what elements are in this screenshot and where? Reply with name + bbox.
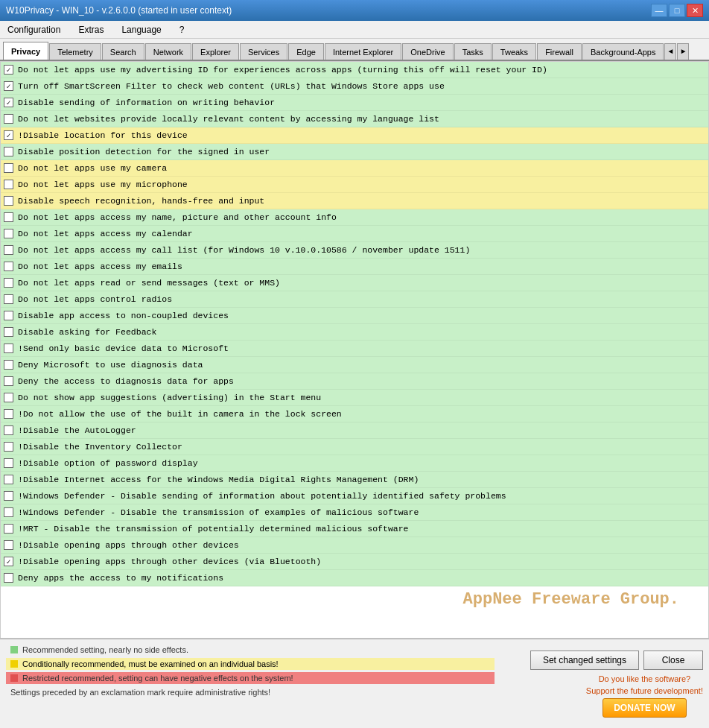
- checkbox-28[interactable]: [4, 524, 13, 534]
- legend-area: Recommended setting, nearly no side effe…: [0, 639, 500, 728]
- checkbox-1[interactable]: [4, 81, 13, 91]
- list-item: Disable sending of information on writin…: [1, 95, 708, 111]
- list-item: !Windows Defender - Disable sending of i…: [1, 488, 708, 504]
- list-item: Do not let apps access my name, picture …: [1, 209, 708, 226]
- donate-button[interactable]: DONATE NOW: [603, 698, 686, 718]
- checkbox-3[interactable]: [4, 114, 13, 124]
- checkbox-31[interactable]: [4, 573, 13, 583]
- checkbox-21[interactable]: [4, 409, 13, 419]
- menu-configuration[interactable]: Configuration: [4, 24, 63, 36]
- checkbox-30[interactable]: [4, 557, 13, 566]
- tab-privacy[interactable]: Privacy: [3, 42, 48, 60]
- checkbox-13[interactable]: [4, 278, 13, 288]
- red-dot: [10, 674, 18, 682]
- tab-explorer[interactable]: Explorer: [192, 43, 239, 60]
- checkbox-27[interactable]: [4, 507, 13, 517]
- checkbox-5[interactable]: [4, 147, 13, 156]
- checkbox-23[interactable]: [4, 442, 13, 452]
- checkbox-22[interactable]: [4, 425, 13, 435]
- list-item: !Disable the Inventory Collector: [1, 439, 708, 455]
- menu-extras[interactable]: Extras: [75, 24, 106, 36]
- tab-onedrive[interactable]: OneDrive: [402, 43, 453, 60]
- tab-tweaks[interactable]: Tweaks: [492, 43, 536, 60]
- checkbox-4[interactable]: [4, 130, 13, 140]
- checkbox-17[interactable]: [4, 344, 13, 353]
- item-text-15: Disable app access to non-coupled device…: [18, 311, 229, 320]
- tab-background-apps[interactable]: Background-Apps: [582, 43, 664, 60]
- list-item: !Do not allow the use of the built in ca…: [1, 406, 708, 422]
- checkbox-19[interactable]: [4, 376, 13, 386]
- list-item: Disable asking for Feedback: [1, 324, 708, 341]
- green-dot: [10, 646, 18, 653]
- list-item: Deny apps the access to my notifications: [1, 570, 708, 586]
- item-text-6: Do not let apps use my camera: [18, 163, 167, 173]
- item-text-8: Disable speech recognition, hands-free a…: [18, 196, 264, 206]
- checkbox-24[interactable]: [4, 458, 13, 468]
- checkbox-10[interactable]: [4, 229, 13, 238]
- menu-bar: Configuration Extras Language ?: [0, 21, 709, 39]
- checkbox-20[interactable]: [4, 393, 13, 402]
- list-item: Do not let apps control radios: [1, 291, 708, 308]
- close-button[interactable]: ✕: [687, 4, 703, 17]
- checkbox-9[interactable]: [4, 212, 13, 222]
- checkbox-15[interactable]: [4, 311, 13, 320]
- tab-search[interactable]: Search: [102, 43, 144, 60]
- list-item: !Disable option of password display: [1, 455, 708, 472]
- menu-help[interactable]: ?: [177, 24, 188, 36]
- checkbox-11[interactable]: [4, 245, 13, 255]
- checkbox-7[interactable]: [4, 180, 13, 189]
- list-item: Disable app access to non-coupled device…: [1, 308, 708, 324]
- tab-tasks[interactable]: Tasks: [454, 43, 492, 60]
- checkbox-26[interactable]: [4, 491, 13, 501]
- list-item: Do not let apps use my microphone: [1, 177, 708, 193]
- list-item: Deny the access to diagnosis data for ap…: [1, 373, 708, 390]
- tab-firewall[interactable]: Firewall: [537, 43, 582, 60]
- item-text-21: !Do not allow the use of the built in ca…: [18, 409, 342, 419]
- tab-edge[interactable]: Edge: [288, 43, 324, 60]
- list-item: !Disable location for this device: [1, 127, 708, 144]
- item-text-12: Do not let apps access my emails: [18, 262, 182, 271]
- checkbox-29[interactable]: [4, 540, 13, 550]
- checkbox-12[interactable]: [4, 262, 13, 271]
- tab-scroll-left[interactable]: ◄: [664, 43, 676, 60]
- list-item: !MRT - Disable the transmission of poten…: [1, 521, 708, 537]
- menu-language[interactable]: Language: [118, 24, 164, 36]
- tab-network[interactable]: Network: [145, 43, 191, 60]
- tab-scroll-right[interactable]: ►: [677, 43, 689, 60]
- item-text-20: Do not show app suggestions (advertising…: [18, 393, 321, 402]
- checkbox-16[interactable]: [4, 327, 13, 337]
- item-text-1: Turn off SmartScreen Filter to check web…: [18, 81, 445, 91]
- list-item: Disable position detection for the signe…: [1, 144, 708, 160]
- checkbox-18[interactable]: [4, 360, 13, 370]
- item-text-14: Do not let apps control radios: [18, 294, 172, 304]
- tab-telemetry[interactable]: Telemetry: [49, 43, 101, 60]
- item-text-0: Do not let apps use my advertising ID fo…: [18, 65, 547, 75]
- main-list: Do not let apps use my advertising ID fo…: [0, 61, 709, 639]
- item-text-16: Disable asking for Feedback: [18, 327, 156, 337]
- item-text-4: !Disable location for this device: [18, 130, 188, 140]
- list-item: Do not show app suggestions (advertising…: [1, 390, 708, 406]
- checkbox-0[interactable]: [4, 65, 13, 75]
- checkbox-6[interactable]: [4, 163, 13, 173]
- donate-area: Do you like the software? Support the fu…: [586, 674, 703, 718]
- checkbox-8[interactable]: [4, 196, 13, 206]
- title-bar: W10Privacy - WIN_10 - v.2.6.0.0 (started…: [0, 0, 709, 21]
- close-app-button[interactable]: Close: [643, 651, 703, 670]
- yellow-dot: [10, 660, 18, 668]
- set-changed-button[interactable]: Set changed settings: [530, 651, 639, 670]
- action-buttons: Set changed settings Close: [530, 651, 703, 670]
- item-text-10: Do not let apps access my calendar: [18, 229, 193, 238]
- legend-red: Restricted recommended, setting can have…: [6, 672, 495, 684]
- checkbox-14[interactable]: [4, 294, 13, 304]
- item-text-2: Disable sending of information on writin…: [18, 98, 275, 107]
- list-item: Do not let apps access my emails: [1, 259, 708, 275]
- checkbox-2[interactable]: [4, 98, 13, 107]
- item-text-28: !MRT - Disable the transmission of poten…: [18, 524, 409, 534]
- checkbox-25[interactable]: [4, 475, 13, 484]
- tab-internet-explorer[interactable]: Internet Explorer: [325, 43, 401, 60]
- item-text-19: Deny the access to diagnosis data for ap…: [18, 376, 234, 386]
- list-item: Do not let apps use my advertising ID fo…: [1, 62, 708, 78]
- maximize-button[interactable]: □: [669, 4, 685, 17]
- tab-services[interactable]: Services: [240, 43, 287, 60]
- minimize-button[interactable]: —: [651, 4, 667, 17]
